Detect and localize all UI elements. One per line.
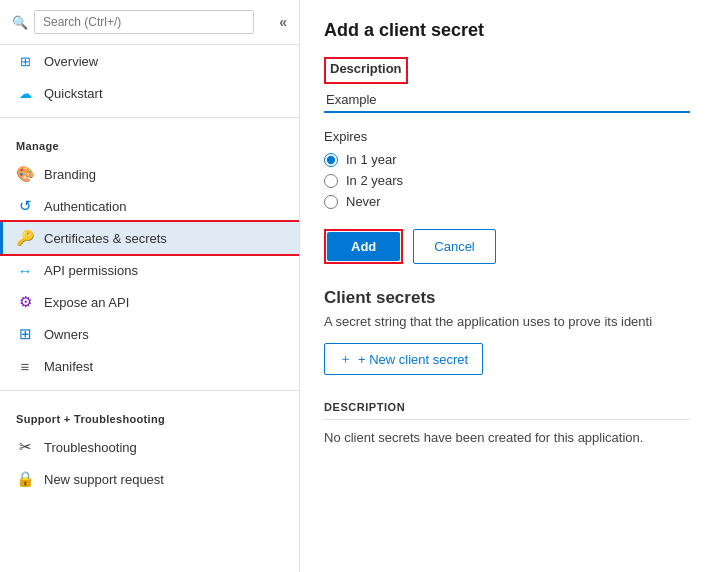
sidebar-item-label: API permissions	[44, 263, 138, 278]
owners-icon: ⊞	[16, 325, 34, 343]
sidebar-item-troubleshooting[interactable]: ✂ Troubleshooting	[0, 431, 299, 463]
new-client-secret-button[interactable]: ＋ + New client secret	[324, 343, 483, 375]
sidebar-item-label: Expose an API	[44, 295, 129, 310]
sidebar-item-label: Certificates & secrets	[44, 231, 167, 246]
empty-secrets-message: No client secrets have been created for …	[324, 430, 690, 445]
sidebar-item-authentication[interactable]: ↺ Authentication	[0, 190, 299, 222]
sidebar-item-expose-api[interactable]: ⚙ Expose an API	[0, 286, 299, 318]
add-button[interactable]: Add	[327, 232, 400, 261]
radio-1year[interactable]: In 1 year	[324, 152, 690, 167]
sidebar-item-label: Quickstart	[44, 86, 103, 101]
support-label: Support + Troubleshooting	[0, 399, 299, 431]
grid-icon: ⊞	[16, 52, 34, 70]
description-input[interactable]	[324, 88, 684, 111]
trouble-icon: ✂	[16, 438, 34, 456]
brush-icon: 🎨	[16, 165, 34, 183]
sidebar-item-certificates[interactable]: 🔑 Certificates & secrets	[0, 222, 299, 254]
secrets-section-desc: A secret string that the application use…	[324, 314, 690, 329]
sidebar-item-manifest[interactable]: ≡ Manifest	[0, 350, 299, 382]
sidebar-item-quickstart[interactable]: ☁ Quickstart	[0, 77, 299, 109]
search-bar: 🔍 «	[0, 0, 299, 45]
radio-1year-input[interactable]	[324, 153, 338, 167]
cloud-icon: ☁	[16, 84, 34, 102]
support-icon: 🔒	[16, 470, 34, 488]
action-buttons: Add Cancel	[324, 229, 690, 264]
collapse-button[interactable]: «	[279, 14, 287, 30]
description-input-wrap	[324, 88, 690, 113]
description-label-box: Description	[324, 57, 408, 84]
radio-1year-label: In 1 year	[346, 152, 397, 167]
sidebar-item-label: Authentication	[44, 199, 126, 214]
table-header-description: DESCRIPTION	[324, 393, 690, 420]
radio-2years-input[interactable]	[324, 174, 338, 188]
sidebar-item-label: New support request	[44, 472, 164, 487]
page-title: Add a client secret	[324, 20, 690, 41]
radio-2years[interactable]: In 2 years	[324, 173, 690, 188]
radio-2years-label: In 2 years	[346, 173, 403, 188]
radio-never[interactable]: Never	[324, 194, 690, 209]
divider-1	[0, 117, 299, 118]
search-input[interactable]	[34, 10, 254, 34]
manage-label: Manage	[0, 126, 299, 158]
api-icon: ↔	[16, 261, 34, 279]
new-secret-label: + New client secret	[358, 352, 468, 367]
sidebar: 🔍 « ⊞ Overview ☁ Quickstart Manage 🎨 Bra…	[0, 0, 300, 572]
manifest-icon: ≡	[16, 357, 34, 375]
sidebar-item-label: Overview	[44, 54, 98, 69]
sidebar-item-label: Troubleshooting	[44, 440, 137, 455]
sidebar-item-label: Owners	[44, 327, 89, 342]
divider-2	[0, 390, 299, 391]
plus-icon: ＋	[339, 350, 352, 368]
sidebar-item-owners[interactable]: ⊞ Owners	[0, 318, 299, 350]
sidebar-item-label: Branding	[44, 167, 96, 182]
secrets-section-title: Client secrets	[324, 288, 690, 308]
sidebar-item-branding[interactable]: 🎨 Branding	[0, 158, 299, 190]
radio-never-input[interactable]	[324, 195, 338, 209]
main-content: Add a client secret Description Expires …	[300, 0, 714, 572]
expires-radio-group: In 1 year In 2 years Never	[324, 152, 690, 209]
add-button-wrap: Add	[324, 229, 403, 264]
cancel-button[interactable]: Cancel	[413, 229, 495, 264]
radio-never-label: Never	[346, 194, 381, 209]
auth-icon: ↺	[16, 197, 34, 215]
expires-label: Expires	[324, 129, 690, 144]
key-icon: 🔑	[16, 229, 34, 247]
expose-icon: ⚙	[16, 293, 34, 311]
sidebar-item-new-support[interactable]: 🔒 New support request	[0, 463, 299, 495]
sidebar-item-api-permissions[interactable]: ↔ API permissions	[0, 254, 299, 286]
sidebar-item-label: Manifest	[44, 359, 93, 374]
sidebar-item-overview[interactable]: ⊞ Overview	[0, 45, 299, 77]
search-icon: 🔍	[12, 15, 28, 30]
description-label: Description	[330, 61, 402, 76]
